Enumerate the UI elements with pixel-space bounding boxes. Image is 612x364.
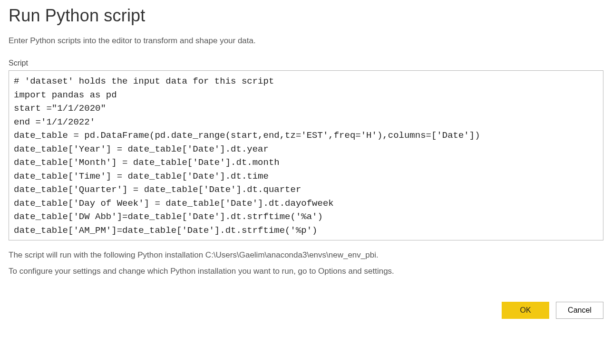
dialog-subtitle: Enter Python scripts into the editor to … xyxy=(9,36,603,46)
ok-button[interactable]: OK xyxy=(502,302,549,319)
install-info-text: The script will run with the following P… xyxy=(9,249,603,261)
configure-info-text: To configure your settings and change wh… xyxy=(9,265,603,278)
cancel-button[interactable]: Cancel xyxy=(556,302,603,319)
button-row: OK Cancel xyxy=(9,302,603,319)
dialog-title: Run Python script xyxy=(9,6,603,26)
script-editor[interactable] xyxy=(9,70,603,240)
script-label: Script xyxy=(9,59,603,67)
